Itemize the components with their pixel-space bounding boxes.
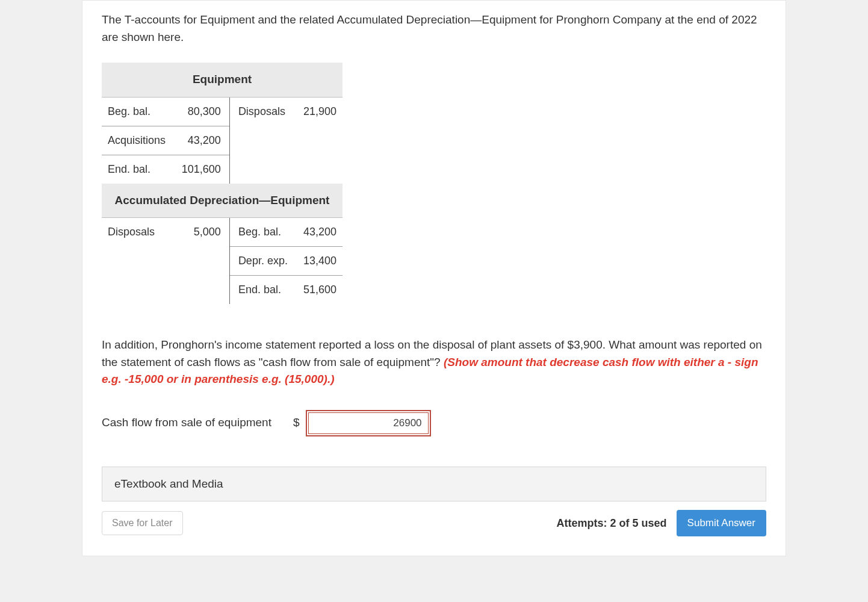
save-for-later-button[interactable]: Save for Later [102,511,183,535]
t-accounts-table: Equipment Beg. bal. 80,300 Disposals 21,… [102,63,343,304]
cell-label [102,276,174,305]
question-card: The T-accounts for Equipment and the rel… [82,0,786,556]
intro-text: The T-accounts for Equipment and the rel… [102,1,766,46]
equipment-header: Equipment [102,63,343,97]
cell-label: Depr. exp. [229,247,296,276]
cell-value: 51,600 [296,276,343,305]
table-row: Beg. bal. 80,300 Disposals 21,900 [102,97,343,126]
cell-label [102,247,174,276]
answer-row: Cash flow from sale of equipment $ [102,412,766,434]
attempts-label: Attempts: 2 of 5 used [557,515,667,532]
table-row: Acquisitions 43,200 [102,126,343,155]
footer-right: Attempts: 2 of 5 used Submit Answer [557,510,766,536]
cell-label: Beg. bal. [229,218,296,247]
table-row: End. bal. 51,600 [102,276,343,305]
cell-value: 101,600 [174,155,230,184]
cell-value: 21,900 [296,97,343,126]
submit-answer-button[interactable]: Submit Answer [677,510,766,536]
cell-value: 43,200 [174,126,230,155]
question-text: In addition, Pronghorn's income statemen… [102,337,766,388]
cell-label [229,126,296,155]
table-row: Depr. exp. 13,400 [102,247,343,276]
etextbook-media-button[interactable]: eTextbook and Media [102,467,766,502]
table-row: Disposals 5,000 Beg. bal. 43,200 [102,218,343,247]
cell-value [174,276,230,305]
cell-label: End. bal. [102,155,174,184]
currency-symbol: $ [293,414,300,432]
accum-header: Accumulated Depreciation—Equipment [102,184,343,218]
cell-value [174,247,230,276]
cell-value: 13,400 [296,247,343,276]
cell-value [296,126,343,155]
cell-label: Beg. bal. [102,97,174,126]
table-row: End. bal. 101,600 [102,155,343,184]
answer-label: Cash flow from sale of equipment [102,414,271,432]
cell-value: 43,200 [296,218,343,247]
cell-value [296,155,343,184]
cell-label: Disposals [102,218,174,247]
cell-label [229,155,296,184]
cell-label: Disposals [229,97,296,126]
cell-value: 80,300 [174,97,230,126]
footer-row: Save for Later Attempts: 2 of 5 used Sub… [102,510,766,536]
cell-label: End. bal. [229,276,296,305]
resources-label: eTextbook and Media [114,477,223,490]
answer-input[interactable] [308,412,429,434]
cell-label: Acquisitions [102,126,174,155]
cell-value: 5,000 [174,218,230,247]
